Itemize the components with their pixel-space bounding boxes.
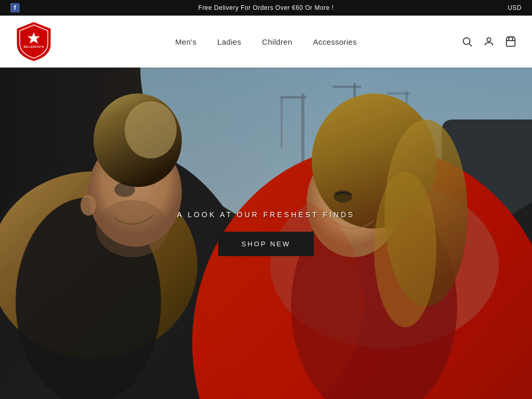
svg-point-1 [463,38,470,45]
svg-point-3 [487,38,490,42]
nav-children[interactable]: Children [262,37,292,46]
announcement-text: Free Delivery For Orders Over €60 Or Mor… [198,4,334,11]
brand-logo[interactable]: WELLENSTEYN [16,21,52,62]
hero-section: A LOOK AT OUR FRESHEST FINDS SHOP NEW [0,68,532,399]
account-button[interactable] [483,36,495,47]
nav-ladies[interactable]: Ladies [217,37,241,46]
nav-accessories[interactable]: Accessories [313,37,357,46]
cart-button[interactable] [505,36,516,47]
currency-selector[interactable]: USD [508,4,522,11]
main-navigation: Men's Ladies Children Accessories [175,37,357,46]
nav-mens[interactable]: Men's [175,37,196,46]
announcement-bar: f Free Delivery For Orders Over €60 Or M… [0,0,532,16]
svg-text:WELLENSTEYN: WELLENSTEYN [23,46,44,48]
search-button[interactable] [461,36,473,47]
header-icons [461,36,516,47]
site-header: WELLENSTEYN Men's Ladies Children Access… [0,16,532,68]
search-icon [461,36,473,47]
hero-overlay: A LOOK AT OUR FRESHEST FINDS SHOP NEW [0,68,532,399]
cart-icon [505,36,516,47]
user-icon [483,36,495,47]
shop-now-button[interactable]: SHOP NEW [218,232,314,256]
facebook-icon[interactable]: f [10,3,20,12]
logo-area[interactable]: WELLENSTEYN [16,21,52,62]
hero-tagline: A LOOK AT OUR FRESHEST FINDS [177,210,355,219]
svg-line-2 [469,44,472,46]
